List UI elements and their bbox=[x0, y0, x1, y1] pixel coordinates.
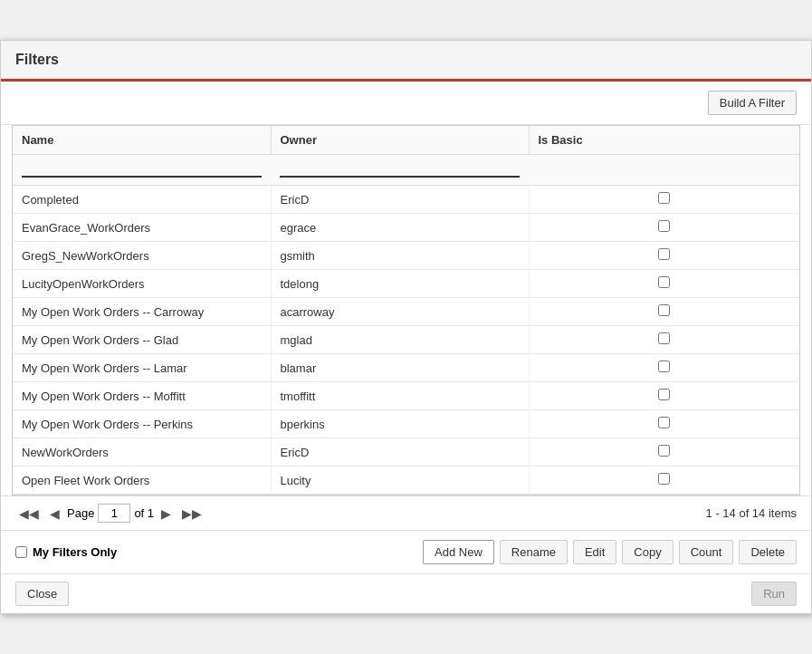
dialog-title: Filters bbox=[15, 52, 59, 67]
row-owner: bperkins bbox=[271, 410, 529, 438]
row-name: My Open Work Orders -- Perkins bbox=[13, 410, 271, 438]
dialog-toolbar: Build A Filter bbox=[1, 82, 811, 125]
col-header-owner: Owner bbox=[271, 126, 529, 155]
dialog-header: Filters bbox=[1, 41, 811, 82]
filters-dialog: Filters Build A Filter Name Owner Is Bas… bbox=[0, 40, 812, 614]
row-isbasic bbox=[529, 438, 799, 466]
table-row[interactable]: LucityOpenWorkOrderstdelong bbox=[13, 270, 799, 298]
first-page-button[interactable]: ◀◀ bbox=[15, 505, 43, 523]
delete-button[interactable]: Delete bbox=[739, 540, 797, 564]
row-isbasic bbox=[529, 382, 799, 410]
next-page-button[interactable]: ▶ bbox=[158, 505, 175, 523]
bottom-actions-bar: My Filters Only Add New Rename Edit Copy… bbox=[1, 530, 811, 573]
table-filter-row bbox=[13, 155, 799, 186]
isbasic-checkbox[interactable] bbox=[658, 445, 670, 457]
table-row[interactable]: My Open Work Orders -- Perkinsbperkins bbox=[13, 410, 799, 438]
row-isbasic bbox=[529, 354, 799, 382]
owner-filter-input[interactable] bbox=[280, 159, 520, 178]
add-new-button[interactable]: Add New bbox=[423, 540, 494, 564]
row-isbasic bbox=[529, 186, 799, 214]
table-row[interactable]: NewWorkOrdersEricD bbox=[13, 438, 799, 466]
table-body: CompletedEricDEvanGrace_WorkOrdersegrace… bbox=[13, 186, 799, 495]
table-row[interactable]: EvanGrace_WorkOrdersegrace bbox=[13, 214, 799, 242]
table-row[interactable]: My Open Work Orders -- Moffitttmoffitt bbox=[13, 382, 799, 410]
table-row[interactable]: GregS_NewWorkOrdersgsmith bbox=[13, 242, 799, 270]
last-page-button[interactable]: ▶▶ bbox=[178, 505, 205, 523]
my-filters-only-label: My Filters Only bbox=[33, 545, 117, 559]
pagination-left: ◀◀ ◀ Page of 1 ▶ ▶▶ bbox=[15, 504, 205, 523]
table-row[interactable]: My Open Work Orders -- Carrowayacarroway bbox=[13, 298, 799, 326]
table-row[interactable]: My Open Work Orders -- Gladmglad bbox=[13, 326, 799, 354]
filters-table-container: Name Owner Is Basic bbox=[12, 125, 800, 495]
row-name: My Open Work Orders -- Glad bbox=[13, 326, 271, 354]
name-filter-cell bbox=[13, 155, 271, 186]
row-isbasic bbox=[529, 410, 799, 438]
row-name: LucityOpenWorkOrders bbox=[13, 270, 271, 298]
isbasic-checkbox[interactable] bbox=[658, 304, 670, 316]
row-name: NewWorkOrders bbox=[13, 438, 271, 466]
row-owner: acarroway bbox=[271, 298, 529, 326]
page-input[interactable] bbox=[98, 504, 130, 523]
row-isbasic bbox=[529, 466, 799, 495]
rename-button[interactable]: Rename bbox=[500, 540, 568, 564]
owner-filter-cell bbox=[271, 155, 529, 186]
close-button[interactable]: Close bbox=[15, 582, 69, 606]
footer-bar: Close Run bbox=[1, 573, 811, 613]
filters-table: Name Owner Is Basic bbox=[13, 126, 799, 186]
table-header-row: Name Owner Is Basic bbox=[13, 126, 799, 155]
isbasic-checkbox[interactable] bbox=[658, 220, 670, 232]
my-filters-only-checkbox[interactable] bbox=[15, 546, 27, 558]
row-isbasic bbox=[529, 298, 799, 326]
table-scroll-wrapper[interactable]: CompletedEricDEvanGrace_WorkOrdersegrace… bbox=[13, 186, 799, 495]
row-owner: egrace bbox=[271, 214, 529, 242]
col-header-isbasic: Is Basic bbox=[529, 126, 799, 155]
row-owner: blamar bbox=[271, 354, 529, 382]
isbasic-checkbox[interactable] bbox=[658, 276, 670, 288]
page-label: Page bbox=[67, 506, 94, 520]
row-isbasic bbox=[529, 214, 799, 242]
action-buttons: Add New Rename Edit Copy Count Delete bbox=[423, 540, 797, 564]
filters-data-table: CompletedEricDEvanGrace_WorkOrdersegrace… bbox=[13, 186, 799, 495]
row-name: GregS_NewWorkOrders bbox=[13, 242, 271, 270]
isbasic-filter-cell bbox=[529, 155, 799, 186]
isbasic-checkbox[interactable] bbox=[658, 192, 670, 204]
row-owner: gsmith bbox=[271, 242, 529, 270]
build-filter-button[interactable]: Build A Filter bbox=[708, 91, 797, 115]
isbasic-checkbox[interactable] bbox=[658, 248, 670, 260]
count-button[interactable]: Count bbox=[679, 540, 734, 564]
row-owner: EricD bbox=[271, 186, 529, 214]
edit-button[interactable]: Edit bbox=[573, 540, 616, 564]
pagination-bar: ◀◀ ◀ Page of 1 ▶ ▶▶ 1 - 14 of 14 items bbox=[1, 495, 811, 530]
row-owner: mglad bbox=[271, 326, 529, 354]
row-owner: EricD bbox=[271, 438, 529, 466]
row-owner: tdelong bbox=[271, 270, 529, 298]
row-isbasic bbox=[529, 242, 799, 270]
name-filter-input[interactable] bbox=[22, 159, 262, 178]
row-isbasic bbox=[529, 326, 799, 354]
isbasic-checkbox[interactable] bbox=[658, 332, 670, 344]
row-name: My Open Work Orders -- Lamar bbox=[13, 354, 271, 382]
isbasic-checkbox[interactable] bbox=[658, 417, 670, 428]
table-row[interactable]: CompletedEricD bbox=[13, 186, 799, 214]
row-name: EvanGrace_WorkOrders bbox=[13, 214, 271, 242]
run-button[interactable]: Run bbox=[751, 582, 797, 606]
of-label: of 1 bbox=[134, 506, 154, 520]
table-row[interactable]: My Open Work Orders -- Lamarblamar bbox=[13, 354, 799, 382]
row-name: Completed bbox=[13, 186, 271, 214]
row-name: My Open Work Orders -- Carroway bbox=[13, 298, 271, 326]
isbasic-checkbox[interactable] bbox=[658, 389, 670, 400]
row-owner: Lucity bbox=[271, 466, 529, 495]
row-name: Open Fleet Work Orders bbox=[13, 466, 271, 495]
my-filters-only-container: My Filters Only bbox=[15, 545, 117, 559]
row-owner: tmoffitt bbox=[271, 382, 529, 410]
isbasic-checkbox[interactable] bbox=[658, 473, 670, 485]
row-name: My Open Work Orders -- Moffitt bbox=[13, 382, 271, 410]
table-row[interactable]: Open Fleet Work OrdersLucity bbox=[13, 466, 799, 495]
row-isbasic bbox=[529, 270, 799, 298]
copy-button[interactable]: Copy bbox=[622, 540, 673, 564]
col-header-name: Name bbox=[13, 126, 271, 155]
prev-page-button[interactable]: ◀ bbox=[46, 505, 63, 523]
items-count-label: 1 - 14 of 14 items bbox=[706, 506, 797, 520]
isbasic-checkbox[interactable] bbox=[658, 361, 670, 372]
